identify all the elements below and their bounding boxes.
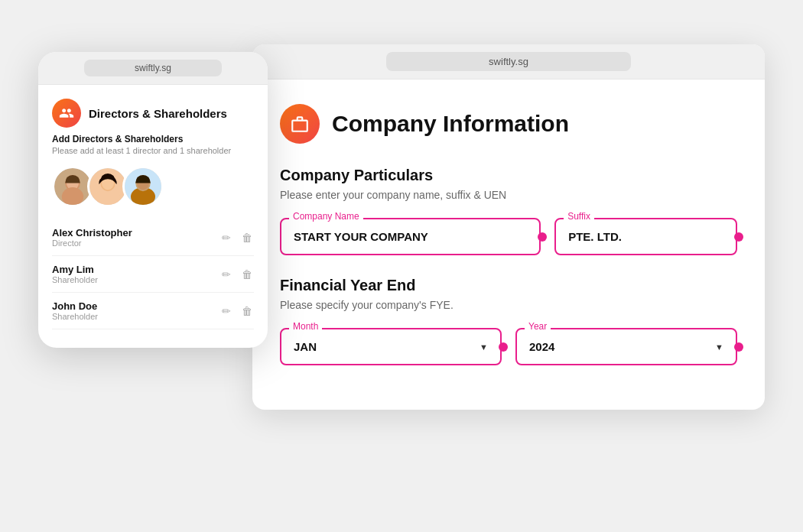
- mobile-section-header: Directors & Shareholders: [52, 99, 254, 128]
- year-chevron-icon: ▼: [715, 342, 723, 352]
- person-role-1: Shareholder: [52, 275, 98, 284]
- company-name-input[interactable]: [280, 218, 541, 255]
- delete-button-1[interactable]: 🗑: [240, 267, 254, 282]
- company-name-dot: [538, 232, 547, 242]
- mobile-add-text: Add Directors & Shareholders: [52, 134, 254, 144]
- person-list: Alex Christopher Director ✏ 🗑 Amy Lim Sh…: [52, 219, 254, 329]
- company-name-row: Company Name Suffix: [280, 218, 737, 255]
- mobile-people-icon: [52, 99, 81, 128]
- mobile-card: swiftly.sg Directors & Shareholders Add …: [38, 52, 268, 348]
- fye-desc: Please specify your company's FYE.: [280, 299, 737, 311]
- avatar-row: [52, 166, 254, 207]
- person-role-2: Shareholder: [52, 312, 98, 321]
- avatar-3: [122, 166, 164, 207]
- year-field: Year 2024 ▼: [515, 328, 737, 365]
- page-title: Company Information: [332, 111, 569, 137]
- desktop-browser-bar: swiftly.sg: [252, 44, 765, 79]
- person-role-0: Director: [52, 238, 132, 248]
- person-item-0: Alex Christopher Director ✏ 🗑: [52, 219, 254, 256]
- desktop-url-bar: swiftly.sg: [386, 52, 631, 71]
- person-info-1: Amy Lim Shareholder: [52, 264, 98, 284]
- person-item-2: John Doe Shareholder ✏ 🗑: [52, 293, 254, 329]
- person-name-0: Alex Christopher: [52, 227, 132, 238]
- company-name-label: Company Name: [289, 211, 363, 222]
- mobile-browser-bar: swiftly.sg: [38, 52, 268, 85]
- desktop-card: swiftly.sg Company Information Company P…: [252, 44, 765, 410]
- suffix-field: Suffix: [554, 218, 737, 255]
- month-label: Month: [289, 321, 322, 332]
- person-info-0: Alex Christopher Director: [52, 227, 132, 248]
- edit-button-1[interactable]: ✏: [220, 267, 232, 282]
- fye-title: Financial Year End: [280, 277, 737, 294]
- year-select[interactable]: 2024 ▼: [515, 328, 737, 365]
- people-svg: [59, 105, 74, 121]
- year-label: Year: [525, 321, 551, 332]
- month-chevron-icon: ▼: [480, 342, 488, 352]
- company-particulars-section: Company Particulars Please enter your co…: [280, 167, 737, 255]
- month-select[interactable]: JAN ▼: [280, 328, 502, 365]
- edit-button-0[interactable]: ✏: [220, 230, 232, 245]
- person-actions-2: ✏ 🗑: [220, 303, 254, 319]
- delete-button-2[interactable]: 🗑: [240, 303, 254, 319]
- person-actions-1: ✏ 🗑: [220, 267, 254, 282]
- person-name-1: Amy Lim: [52, 264, 98, 275]
- mobile-url-bar: swiftly.sg: [84, 60, 222, 76]
- briefcase-svg: [290, 114, 310, 134]
- company-particulars-title: Company Particulars: [280, 167, 737, 184]
- year-value: 2024: [529, 340, 554, 353]
- company-particulars-desc: Please enter your company name, suffix &…: [280, 189, 737, 201]
- person-item-1: Amy Lim Shareholder ✏ 🗑: [52, 256, 254, 293]
- fye-section: Financial Year End Please specify your c…: [280, 277, 737, 365]
- edit-button-2[interactable]: ✏: [220, 303, 232, 319]
- suffix-dot: [734, 232, 743, 242]
- person-actions-0: ✏ 🗑: [220, 230, 254, 245]
- year-dot: [734, 342, 743, 352]
- month-dot: [499, 342, 508, 352]
- person-name-2: John Doe: [52, 300, 98, 312]
- page-header: Company Information: [280, 104, 737, 144]
- person-info-2: John Doe Shareholder: [52, 300, 98, 321]
- mobile-section-title: Directors & Shareholders: [89, 107, 227, 120]
- month-field: Month JAN ▼: [280, 328, 502, 365]
- mobile-content: Directors & Shareholders Add Directors &…: [38, 85, 268, 348]
- briefcase-icon: [280, 104, 320, 144]
- delete-button-0[interactable]: 🗑: [240, 230, 254, 245]
- fye-row: Month JAN ▼ Year 2024 ▼: [280, 328, 737, 365]
- company-name-field: Company Name: [280, 218, 541, 255]
- month-value: JAN: [294, 340, 317, 353]
- suffix-label: Suffix: [564, 211, 594, 222]
- mobile-sub-text: Please add at least 1 director and 1 sha…: [52, 146, 254, 155]
- suffix-input[interactable]: [554, 218, 737, 255]
